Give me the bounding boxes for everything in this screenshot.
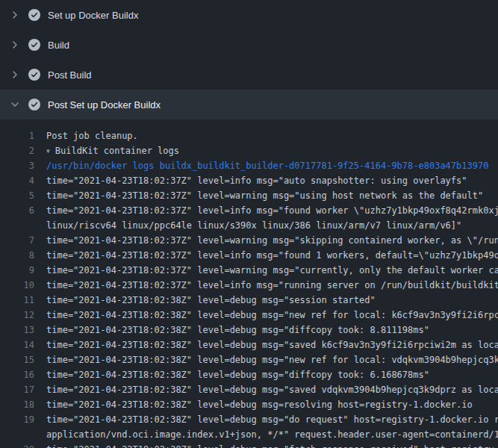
chevron-icon xyxy=(9,69,21,81)
group-label[interactable]: BuildKit container logs xyxy=(55,146,179,156)
log-line-number[interactable]: 8 xyxy=(0,248,46,263)
log-line-text: application/vnd.oci.image.index.v1+json,… xyxy=(46,427,498,442)
check-circle-icon xyxy=(28,9,40,21)
step-row-build[interactable]: Build xyxy=(0,30,498,60)
log-line-text: time="2021-04-23T18:02:38Z" level=debug … xyxy=(46,442,498,448)
log-line-text: time="2021-04-23T18:02:38Z" level=debug … xyxy=(46,397,498,412)
log-line-number[interactable]: 7 xyxy=(0,233,46,248)
log-line: 9 time="2021-04-23T18:02:37Z" level=warn… xyxy=(0,263,498,278)
log-line-number[interactable] xyxy=(0,218,46,233)
log-line-text: time="2021-04-23T18:02:37Z" level=info m… xyxy=(46,203,498,218)
log-line-number[interactable]: 4 xyxy=(0,173,46,188)
log-line: 1 Post job cleanup. xyxy=(0,128,498,143)
log-line-number[interactable]: 5 xyxy=(0,188,46,203)
check-circle-icon xyxy=(28,69,40,81)
check-circle-icon xyxy=(28,39,40,51)
log-line-text: time="2021-04-23T18:02:37Z" level=warnin… xyxy=(46,188,498,203)
log-line-text: time="2021-04-23T18:02:38Z" level=debug … xyxy=(46,412,498,427)
log-line-number[interactable]: 2 xyxy=(0,143,46,158)
step-label: Post Set up Docker Buildx xyxy=(48,99,161,111)
log-line: linux/riscv64 linux/ppc64le linux/s390x … xyxy=(0,218,498,233)
chevron-icon xyxy=(9,9,21,21)
log-line: 4 time="2021-04-23T18:02:37Z" level=info… xyxy=(0,173,498,188)
log-line: 8 time="2021-04-23T18:02:37Z" level=info… xyxy=(0,248,498,263)
group-toggle-icon[interactable]: ▼ xyxy=(46,144,50,158)
log-line-text: time="2021-04-23T18:02:38Z" level=debug … xyxy=(46,352,498,367)
log-line: 5 time="2021-04-23T18:02:37Z" level=warn… xyxy=(0,188,498,203)
log-line-number[interactable]: 1 xyxy=(0,128,46,143)
log-line-text: ▼BuildKit container logs xyxy=(46,143,498,158)
log-line: 19 time="2021-04-23T18:02:38Z" level=deb… xyxy=(0,412,498,427)
log-area: 1 Post job cleanup. 2 ▼BuildKit containe… xyxy=(0,119,498,448)
log-line-text: time="2021-04-23T18:02:38Z" level=debug … xyxy=(46,382,498,397)
step-row-set-up-docker-buildx[interactable]: Set up Docker Buildx xyxy=(0,0,498,30)
step-list: Set up Docker Buildx Build Post Buil xyxy=(0,0,498,119)
log-line-number[interactable]: 11 xyxy=(0,293,46,308)
log-line: 18 time="2021-04-23T18:02:38Z" level=deb… xyxy=(0,397,498,412)
log-line-text: time="2021-04-23T18:02:37Z" level=warnin… xyxy=(46,263,498,278)
step-row-post-set-up-docker-buildx[interactable]: Post Set up Docker Buildx xyxy=(0,90,498,119)
log-line: 6 time="2021-04-23T18:02:37Z" level=info… xyxy=(0,203,498,218)
step-row-post-build[interactable]: Post Build xyxy=(0,60,498,90)
log-line-text: time="2021-04-23T18:02:38Z" level=debug … xyxy=(46,308,498,323)
log-line: application/vnd.oci.image.index.v1+json,… xyxy=(0,427,498,442)
log-line-text: time="2021-04-23T18:02:38Z" level=debug … xyxy=(46,337,498,352)
log-line-text: time="2021-04-23T18:02:37Z" level=warnin… xyxy=(46,233,498,248)
log-line-number[interactable]: 14 xyxy=(0,337,46,352)
log-line: 15 time="2021-04-23T18:02:38Z" level=deb… xyxy=(0,352,498,367)
step-label: Set up Docker Buildx xyxy=(48,10,138,21)
log-line-text: time="2021-04-23T18:02:37Z" level=info m… xyxy=(46,248,498,263)
log-line-number[interactable]: 16 xyxy=(0,367,46,382)
step-label: Post Build xyxy=(48,69,92,81)
log-line-text: time="2021-04-23T18:02:37Z" level=info m… xyxy=(46,278,498,293)
log-line-text: time="2021-04-23T18:02:37Z" level=info m… xyxy=(46,173,498,188)
log-line-number[interactable]: 6 xyxy=(0,203,46,218)
workflow-log-viewer: Set up Docker Buildx Build Post Buil xyxy=(0,0,498,448)
log-line-number[interactable]: 20 xyxy=(0,442,46,448)
log-line: 17 time="2021-04-23T18:02:38Z" level=deb… xyxy=(0,382,498,397)
log-line: 12 time="2021-04-23T18:02:38Z" level=deb… xyxy=(0,308,498,323)
check-circle-icon xyxy=(28,99,40,111)
log-line-text: /usr/bin/docker logs buildx_buildkit_bui… xyxy=(46,158,498,173)
log-line-number[interactable]: 12 xyxy=(0,308,46,323)
log-line-text: time="2021-04-23T18:02:38Z" level=debug … xyxy=(46,323,498,337)
chevron-icon xyxy=(9,39,21,51)
log-line-text: linux/riscv64 linux/ppc64le linux/s390x … xyxy=(46,218,498,233)
log-line-number[interactable] xyxy=(0,427,46,442)
log-line-number[interactable]: 3 xyxy=(0,158,46,173)
step-label: Build xyxy=(48,40,69,51)
chevron-icon xyxy=(9,99,21,111)
log-line: 20 time="2021-04-23T18:02:38Z" level=deb… xyxy=(0,442,498,448)
log-line-text: time="2021-04-23T18:02:38Z" level=debug … xyxy=(46,367,498,382)
log-line-text: Post job cleanup. xyxy=(46,128,498,143)
log-line-number[interactable]: 17 xyxy=(0,382,46,397)
log-line-number[interactable]: 13 xyxy=(0,323,46,337)
log-line: 14 time="2021-04-23T18:02:38Z" level=deb… xyxy=(0,337,498,352)
log-line: 10 time="2021-04-23T18:02:37Z" level=inf… xyxy=(0,278,498,293)
log-line-number[interactable]: 19 xyxy=(0,412,46,427)
log-line-number[interactable]: 10 xyxy=(0,278,46,293)
log-line-number[interactable]: 15 xyxy=(0,352,46,367)
log-line-number[interactable]: 9 xyxy=(0,263,46,278)
log-line: 2 ▼BuildKit container logs xyxy=(0,143,498,158)
log-line: 7 time="2021-04-23T18:02:37Z" level=warn… xyxy=(0,233,498,248)
log-line: 3 /usr/bin/docker logs buildx_buildkit_b… xyxy=(0,158,498,173)
log-line: 13 time="2021-04-23T18:02:38Z" level=deb… xyxy=(0,323,498,337)
log-line: 16 time="2021-04-23T18:02:38Z" level=deb… xyxy=(0,367,498,382)
log-line-number[interactable]: 18 xyxy=(0,397,46,412)
log-line-text: time="2021-04-23T18:02:38Z" level=debug … xyxy=(46,293,498,308)
log-line: 11 time="2021-04-23T18:02:38Z" level=deb… xyxy=(0,293,498,308)
